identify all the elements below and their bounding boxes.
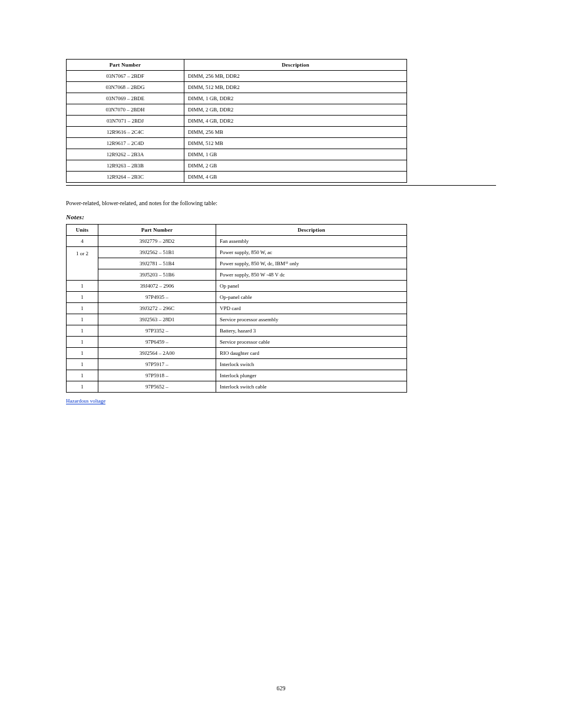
- cell-qty: 4: [67, 236, 98, 247]
- cell-partno: 12R9617 – 2C4D: [67, 138, 184, 149]
- page: Part Number Description 03N7067 – 2BDFDI…: [0, 0, 562, 728]
- cell-desc: DIMM, 1 GB: [184, 149, 407, 160]
- cell-partno: 97P6459 –: [98, 337, 216, 348]
- cell-qty: 1: [67, 303, 98, 314]
- cell-desc: DIMM, 4 GB, DDR2: [184, 116, 407, 127]
- table-row: 03N7070 – 2BDHDIMM, 2 GB, DDR2: [67, 104, 407, 116]
- hazardous-voltage-link[interactable]: Hazardous voltage: [66, 398, 105, 404]
- table-row: 12R9264 – 2B3CDIMM, 4 GB: [67, 172, 407, 183]
- table-row: 197P6459 –Service processor cable: [67, 337, 407, 348]
- cell-desc: RIO daughter card: [216, 348, 407, 359]
- table-row: 197P5917 –Interlock switch: [67, 359, 407, 370]
- cell-desc: Op-panel cable: [216, 292, 407, 303]
- cell-partno: 39J2564 – 2A00: [98, 348, 216, 359]
- table-row: 03N7068 – 2BDGDIMM, 512 MB, DDR2: [67, 82, 407, 93]
- cell-partno: 12R9264 – 2B3C: [67, 172, 184, 183]
- cell-desc: DIMM, 2 GB, DDR2: [184, 104, 407, 116]
- t2-header-qty: Units: [67, 225, 98, 236]
- table-row: 197P4935 –Op-panel cable: [67, 292, 407, 303]
- cell-partno: 39J3272 – 296C: [98, 303, 216, 314]
- cell-qty: 1: [67, 359, 98, 370]
- table-row: 12R9263 – 2B3BDIMM, 2 GB: [67, 160, 407, 172]
- cell-qty: 1: [67, 292, 98, 303]
- cell-partno: 39J2562 – 51B1: [98, 247, 216, 258]
- cell-desc: Op panel: [216, 281, 407, 292]
- cell-qty: 1: [67, 337, 98, 348]
- table-row: 439J2779 – 28D2Fan assembly: [67, 236, 407, 247]
- cell-partno: 97P3352 –: [98, 325, 216, 337]
- cell-desc: DIMM, 256 MB, DDR2: [184, 71, 407, 82]
- cell-partno: 39J2781 – 51B4: [98, 258, 216, 269]
- table-row: 39J5203 – 51B6Power supply, 850 W -48 V …: [67, 269, 407, 281]
- t1-header-partno: Part Number: [67, 60, 184, 71]
- table-row: 139J2563 – 28D1Service processor assembl…: [67, 314, 407, 325]
- table-row: 139J3272 – 296CVPD card: [67, 303, 407, 314]
- cell-desc: DIMM, 1 GB, DDR2: [184, 93, 407, 104]
- table-row: 12R9262 – 2B3ADIMM, 1 GB: [67, 149, 407, 160]
- section-title: Notes:: [66, 213, 496, 220]
- table-row: 197P3352 –Battery, hazard 3: [67, 325, 407, 337]
- cell-partno: 97P5917 –: [98, 359, 216, 370]
- table-row: 03N7067 – 2BDFDIMM, 256 MB, DDR2: [67, 71, 407, 82]
- cell-partno: 97P5918 –: [98, 370, 216, 381]
- table-row: 39J2781 – 51B4Power supply, 850 W, dc, I…: [67, 258, 407, 269]
- parts-table-2: Units Part Number Description 439J2779 –…: [66, 224, 407, 393]
- cell-partno: 39J2563 – 28D1: [98, 314, 216, 325]
- cell-desc: DIMM, 512 MB, DDR2: [184, 82, 407, 93]
- cell-desc: Power supply, 850 W, ac: [216, 247, 407, 258]
- cell-partno: 03N7069 – 2BDE: [67, 93, 184, 104]
- table-row: 12R9617 – 2C4DDIMM, 512 MB: [67, 138, 407, 149]
- cell-desc: Fan assembly: [216, 236, 407, 247]
- cell-desc: Battery, hazard 3: [216, 325, 407, 337]
- table-row: 197P5652 –Interlock switch cable: [67, 381, 407, 393]
- table-row: 1 or 239J2562 – 51B1Power supply, 850 W,…: [67, 247, 407, 258]
- parts-table-1: Part Number Description 03N7067 – 2BDFDI…: [66, 59, 407, 183]
- cell-partno: 97P5652 –: [98, 381, 216, 393]
- cell-desc: DIMM, 256 MB: [184, 127, 407, 138]
- section-rule: [66, 185, 496, 186]
- cell-desc: DIMM, 2 GB: [184, 160, 407, 172]
- table-row: 12R9616 – 2C4CDIMM, 256 MB: [67, 127, 407, 138]
- cell-desc: DIMM, 4 GB: [184, 172, 407, 183]
- cell-partno: 12R9616 – 2C4C: [67, 127, 184, 138]
- cell-qty: 1 or 2: [67, 247, 98, 281]
- registered-icon: ®: [285, 261, 288, 265]
- cell-partno: 03N7070 – 2BDH: [67, 104, 184, 116]
- cell-partno: 03N7071 – 2BDJ: [67, 116, 184, 127]
- cell-desc: Service processor assembly: [216, 314, 407, 325]
- cell-partno: 39J2779 – 28D2: [98, 236, 216, 247]
- cell-qty: 1: [67, 325, 98, 337]
- table-row: 03N7071 – 2BDJDIMM, 4 GB, DDR2: [67, 116, 407, 127]
- cell-desc: Service processor cable: [216, 337, 407, 348]
- cell-partno: 97P4935 –: [98, 292, 216, 303]
- cell-desc: VPD card: [216, 303, 407, 314]
- cell-qty: 1: [67, 314, 98, 325]
- cell-qty: 1: [67, 348, 98, 359]
- cell-partno: 12R9262 – 2B3A: [67, 149, 184, 160]
- table-row: 03N7069 – 2BDEDIMM, 1 GB, DDR2: [67, 93, 407, 104]
- t1-header-desc: Description: [184, 60, 407, 71]
- cell-partno: 39J5203 – 51B6: [98, 269, 216, 281]
- hazardous-voltage-label: Hazardous voltage: [66, 398, 105, 404]
- cell-partno: 12R9263 – 2B3B: [67, 160, 184, 172]
- cell-desc: Interlock switch cable: [216, 381, 407, 393]
- cell-partno: 03N7067 – 2BDF: [67, 71, 184, 82]
- cell-partno: 03N7068 – 2BDG: [67, 82, 184, 93]
- cell-desc: Power supply, 850 W -48 V dc: [216, 269, 407, 281]
- cell-desc: Interlock plunger: [216, 370, 407, 381]
- table-row: 139J2564 – 2A00RIO daughter card: [67, 348, 407, 359]
- cell-desc: DIMM, 512 MB: [184, 138, 407, 149]
- table-row: 197P5918 –Interlock plunger: [67, 370, 407, 381]
- t2-header-partno: Part Number: [98, 225, 216, 236]
- page-number: 629: [277, 685, 286, 691]
- cell-qty: 1: [67, 381, 98, 393]
- t2-header-desc: Description: [216, 225, 407, 236]
- table-row: 139J4072 – 2906Op panel: [67, 281, 407, 292]
- cell-qty: 1: [67, 370, 98, 381]
- cell-desc: Interlock switch: [216, 359, 407, 370]
- cell-desc: Power supply, 850 W, dc, IBM® only: [216, 258, 407, 269]
- cell-partno: 39J4072 – 2906: [98, 281, 216, 292]
- cell-qty: 1: [67, 281, 98, 292]
- section-intro: Power-related, blower-related, and notes…: [66, 200, 496, 206]
